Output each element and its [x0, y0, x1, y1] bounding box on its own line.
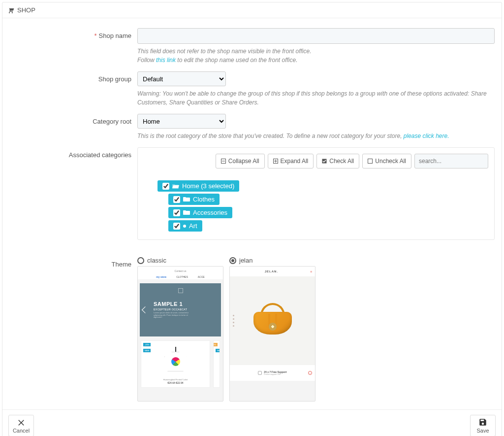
label-theme: Theme: [9, 257, 137, 268]
radio-icon: [229, 257, 236, 264]
theme-options: classic Contact us my store CLOTHES ACCE: [137, 257, 495, 402]
theme-option-classic: classic Contact us my store CLOTHES ACCE: [137, 257, 223, 402]
categories-panel: Collapse All Expand All Check All U: [137, 147, 495, 240]
category-root-select[interactable]: Home: [137, 114, 226, 129]
product-handbag-icon: [251, 303, 295, 338]
check-all-button[interactable]: Check All: [316, 154, 359, 168]
support-icon: [258, 371, 262, 375]
theme-radio-classic[interactable]: classic: [137, 257, 223, 264]
label-associated-categories: Associated categories: [9, 147, 137, 159]
carousel-dots-icon: [233, 315, 234, 327]
svg-rect-6: [368, 159, 373, 164]
theme-radio-jelan[interactable]: jelan: [229, 257, 315, 264]
panel-header: SHOP: [2, 2, 502, 18]
radio-icon: [137, 257, 144, 264]
uncheck-all-button[interactable]: Uncheck All: [362, 154, 411, 168]
categories-search-input[interactable]: [414, 154, 488, 168]
help-category-root: This is the root category of the store t…: [137, 132, 495, 140]
cancel-button[interactable]: Cancel: [8, 415, 34, 436]
tree-node-accessories[interactable]: Accessories: [168, 207, 232, 218]
shop-panel: SHOP *Shop name This field does not refe…: [2, 2, 502, 436]
tree-node-art[interactable]: Art: [168, 220, 202, 232]
row-shop-group: Shop group Default: [9, 71, 495, 86]
theme-option-jelan: jelan JELAN. ≡: [229, 257, 315, 402]
tree-checkbox[interactable]: [173, 209, 180, 216]
collapse-icon: [221, 159, 226, 164]
expand-icon: [273, 159, 278, 164]
check-icon: [322, 159, 327, 164]
folder-icon: [183, 210, 190, 215]
panel-footer: Cancel Save: [2, 409, 502, 436]
expand-all-button[interactable]: Expand All: [268, 154, 314, 168]
panel-title: SHOP: [17, 6, 35, 14]
tree-checkbox[interactable]: [162, 183, 169, 190]
uncheck-icon: [368, 159, 373, 164]
categories-toolbar: Collapse All Expand All Check All U: [144, 154, 488, 168]
folder-open-icon: [172, 183, 179, 189]
menu-icon: ≡: [310, 270, 312, 273]
save-icon: [478, 418, 487, 427]
leaf-dot-icon: [183, 225, 186, 228]
panel-body: *Shop name This field does not refer to …: [2, 18, 502, 409]
save-button[interactable]: Save: [470, 415, 496, 436]
cart-icon: [7, 7, 14, 14]
shop-name-help-link[interactable]: this link: [156, 57, 176, 64]
row-category-root: Category root Home: [9, 114, 495, 129]
folder-icon: [183, 197, 190, 202]
category-tree: Home (3 selected) Clothes: [144, 180, 488, 234]
tree-node-home[interactable]: Home (3 selected): [158, 180, 239, 192]
collapse-all-button[interactable]: Collapse All: [216, 154, 265, 168]
tree-checkbox[interactable]: [173, 196, 180, 203]
close-icon: [17, 418, 26, 427]
row-theme: Theme classic Contact us my store: [9, 257, 495, 402]
help-shop-group: Warning: You won't be able to change the…: [137, 89, 495, 107]
theme-thumb-classic[interactable]: Contact us my store CLOTHES ACCE: [137, 266, 223, 402]
theme-thumb-jelan[interactable]: JELAN. ≡: [229, 266, 315, 402]
banner-deco-icon: [178, 288, 183, 293]
chevron-left-icon: [142, 306, 149, 313]
shop-group-select[interactable]: Default: [137, 71, 226, 86]
category-root-link[interactable]: please click here.: [404, 133, 449, 139]
label-shop-group: Shop group: [9, 71, 137, 83]
alert-icon: ‹: [308, 371, 312, 375]
tree-node-clothes[interactable]: Clothes: [168, 194, 220, 205]
row-associated-categories: Associated categories Collapse All Expan…: [9, 147, 495, 240]
row-shop-name: *Shop name: [9, 28, 495, 44]
shop-name-input[interactable]: [137, 28, 495, 44]
label-shop-name: *Shop name: [9, 28, 137, 39]
tree-checkbox[interactable]: [173, 223, 180, 230]
help-shop-name: This field does not refer to the shop na…: [137, 47, 495, 65]
label-category-root: Category root: [9, 114, 137, 125]
required-star: *: [94, 32, 96, 39]
